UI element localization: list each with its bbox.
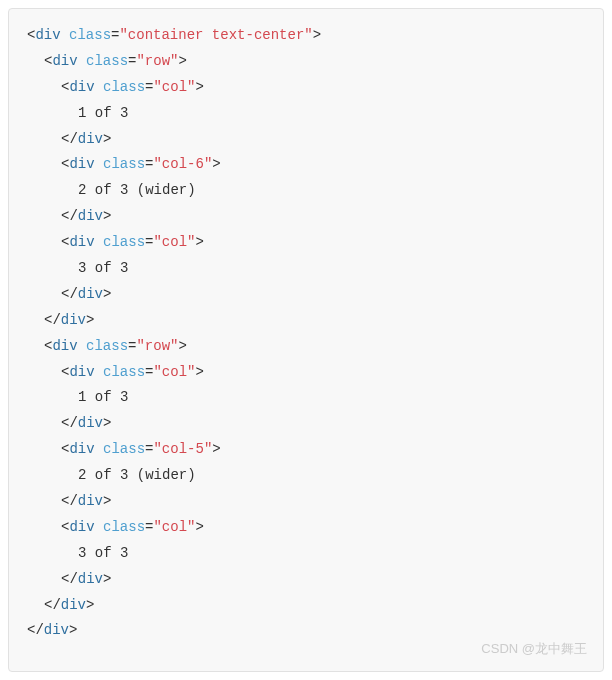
watermark: CSDN @龙中舞王 xyxy=(481,637,587,661)
code-line-close-col-1-3: </div> xyxy=(27,282,585,308)
code-line-text-2-2: 2 of 3 (wider) xyxy=(27,463,585,489)
code-block: <div class="container text-center"> <div… xyxy=(8,8,604,672)
code-line-close-col-2-3: </div> xyxy=(27,567,585,593)
code-line-text-2-1: 1 of 3 xyxy=(27,385,585,411)
code-line-close-col-2-2: </div> xyxy=(27,489,585,515)
code-line-open-col-1-3: <div class="col"> xyxy=(27,230,585,256)
code-line-close-row-2: </div> xyxy=(27,593,585,619)
code-line-text-1-1: 1 of 3 xyxy=(27,101,585,127)
code-line-open-col-2-3: <div class="col"> xyxy=(27,515,585,541)
code-line-text-1-3: 3 of 3 xyxy=(27,256,585,282)
code-line-open-container: <div class="container text-center"> xyxy=(27,23,585,49)
code-line-open-row-1: <div class="row"> xyxy=(27,49,585,75)
code-line-open-row-2: <div class="row"> xyxy=(27,334,585,360)
code-line-open-col-2-1: <div class="col"> xyxy=(27,360,585,386)
code-line-close-col-2-1: </div> xyxy=(27,411,585,437)
code-line-close-row-1: </div> xyxy=(27,308,585,334)
code-line-text-1-2: 2 of 3 (wider) xyxy=(27,178,585,204)
code-line-close-col-1-2: </div> xyxy=(27,204,585,230)
code-line-open-col-2-2: <div class="col-5"> xyxy=(27,437,585,463)
code-line-open-col-1-2: <div class="col-6"> xyxy=(27,152,585,178)
code-line-text-2-3: 3 of 3 xyxy=(27,541,585,567)
code-line-open-col-1-1: <div class="col"> xyxy=(27,75,585,101)
code-line-close-col-1-1: </div> xyxy=(27,127,585,153)
